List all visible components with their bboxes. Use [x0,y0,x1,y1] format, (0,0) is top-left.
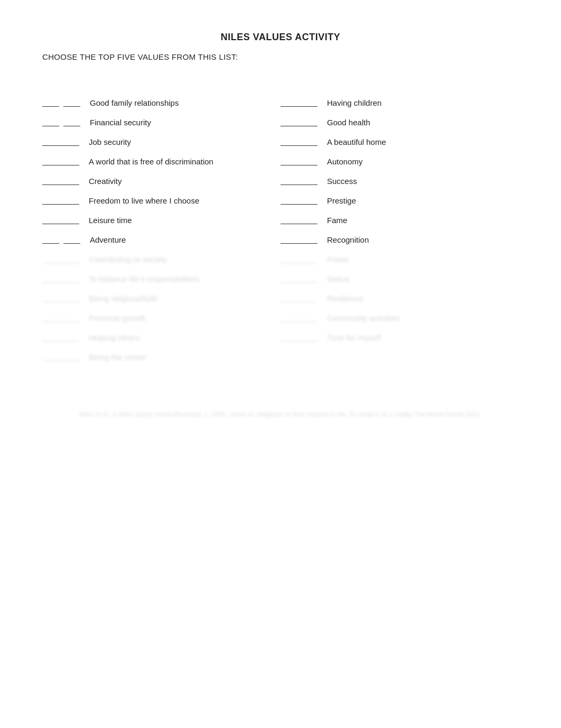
list-item: Fame [280,210,519,230]
footer-note: Niles et al., in Niles &amp; Harris-Bowl… [42,409,519,420]
blank-field[interactable] [42,236,80,244]
value-label: Freedom to live where I choose [89,196,199,205]
value-label: Prestige [327,196,356,205]
value-label: Recognition [327,235,369,244]
value-label: Being religious/faith [89,294,158,303]
list-item: Power [280,250,519,269]
blank-field[interactable] [280,334,317,342]
value-label: A world that is free of discrimination [89,157,213,166]
blank-field[interactable] [42,315,79,322]
blank-field[interactable] [42,295,79,302]
value-label: Adventure [90,235,126,244]
value-label: Leisure time [89,216,132,225]
list-item: Prestige [280,191,519,210]
list-item: Leisure time [42,210,280,230]
blank-field[interactable] [280,236,317,244]
blank-field[interactable] [280,295,317,302]
value-label: Success [327,177,357,186]
list-item: Freedom to live where I choose [42,191,280,210]
value-label: Status [327,274,350,283]
left-column: Good family relationshipsFinancial secur… [42,93,280,367]
blank-field[interactable] [42,256,79,263]
subtitle: CHOOSE THE TOP FIVE VALUES FROM THIS LIS… [42,52,519,61]
value-label: Job security [89,137,131,146]
blank-field[interactable] [42,197,79,205]
value-label: A beautiful home [327,137,386,146]
blank-field[interactable] [42,275,79,283]
list-item: Creativity [42,171,280,191]
list-item: Personal growth [42,308,280,328]
value-label: Time for myself [327,333,381,342]
list-item: Financial security [42,113,280,132]
blank-field[interactable] [280,158,317,165]
list-item: Good family relationships [42,93,280,113]
value-label: Contributing to society [89,255,167,264]
value-label: Resilience [327,294,363,303]
values-grid: Good family relationshipsFinancial secur… [42,93,519,367]
list-item: Time for myself [280,328,519,347]
value-label: Community activities [327,314,400,322]
value-label: Power [327,255,350,264]
blank-field[interactable] [42,334,79,342]
blank-field[interactable] [280,217,317,224]
list-item: To balance life's responsibilities [42,269,280,289]
value-label: Being the center [89,353,146,362]
blank-field[interactable] [42,178,79,185]
right-column: Having childrenGood healthA beautiful ho… [280,93,519,367]
list-item: Contributing to society [42,250,280,269]
blank-field[interactable] [280,197,317,205]
value-label: Helping others [89,333,140,342]
value-label: Personal growth [89,314,146,322]
blank-field[interactable] [42,217,79,224]
list-item: Success [280,171,519,191]
blank-field[interactable] [42,99,80,107]
value-label: To balance life's responsibilities [89,274,199,283]
blank-field[interactable] [280,139,317,146]
value-label: Good health [327,118,370,127]
list-item: Recognition [280,230,519,250]
blank-field[interactable] [280,275,317,283]
blank-field[interactable] [280,178,317,185]
list-item: Having children [280,93,519,113]
blank-field[interactable] [42,158,79,165]
value-label: Autonomy [327,157,363,166]
value-label: Having children [327,98,381,107]
blank-field[interactable] [42,354,79,361]
value-label: Good family relationships [90,98,179,107]
value-label: Creativity [89,177,122,186]
blank-field[interactable] [42,119,80,126]
value-label: Fame [327,216,347,225]
list-item: Resilience [280,289,519,308]
page-title: NILES VALUES ACTIVITY [42,32,519,43]
blank-field[interactable] [280,119,317,126]
blank-field[interactable] [280,256,317,263]
list-item: Being religious/faith [42,289,280,308]
blank-field[interactable] [280,99,317,107]
list-item: A world that is free of discrimination [42,152,280,171]
blank-field[interactable] [42,139,79,146]
list-item: Status [280,269,519,289]
list-item: Helping others [42,328,280,347]
list-item: Adventure [42,230,280,250]
list-item: Autonomy [280,152,519,171]
blank-field[interactable] [280,315,317,322]
list-item: Job security [42,132,280,152]
list-item: Being the center [42,347,280,367]
value-label: Financial security [90,118,151,127]
list-item: Good health [280,113,519,132]
list-item: A beautiful home [280,132,519,152]
list-item: Community activities [280,308,519,328]
